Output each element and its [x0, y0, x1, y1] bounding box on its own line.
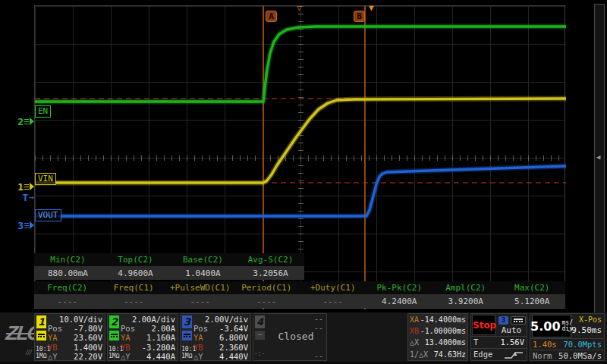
ch3-marker-number: 3	[17, 220, 24, 231]
trigger-level-label: T	[473, 337, 478, 347]
channel-tag-en[interactable]: EN	[35, 105, 51, 118]
sample-rate: 50.0MSa/s	[558, 350, 602, 362]
ch2-ground-marker[interactable]: 2	[0, 115, 34, 127]
trigger-panel[interactable]: Stop 3 Auto T 1.56V Edge	[470, 313, 527, 361]
expand-menu-arrow-icon[interactable]: ◀	[596, 153, 600, 161]
acquisition-mode[interactable]: Norm	[533, 351, 552, 360]
measurement-header[interactable]: Base(C2)	[169, 255, 237, 265]
measurement-header[interactable]: Period(C1)	[234, 283, 300, 293]
rising-edge-icon	[503, 351, 524, 359]
ch2-dc-coupling-icon[interactable]	[109, 331, 119, 340]
timebase-scale-box[interactable]: 5.00 ms/ div	[532, 315, 571, 337]
center-position-marker-icon: ▽	[297, 4, 302, 12]
ch1-cursor-yb: 1.400V	[74, 343, 102, 352]
measurement-header[interactable]: +Duty(C1)	[300, 283, 366, 293]
ya-label: YA	[48, 333, 58, 342]
logo-slashes: ///	[26, 349, 32, 356]
ch4-probe-off: -:-	[254, 350, 265, 357]
acquisition-state-button[interactable]: Stop	[472, 315, 495, 335]
ch4-dash: --	[314, 315, 323, 323]
ch4-status-text: Closed	[267, 331, 325, 342]
right-arrow-icon	[30, 221, 34, 229]
channel-tag-vin[interactable]: VIN	[35, 173, 56, 185]
ya-label: YA	[193, 333, 203, 342]
channel4-badge[interactable]: 4	[255, 315, 265, 328]
trigger-level-value: 1.56V	[500, 337, 524, 348]
right-menu-strip[interactable]: ◀	[594, 4, 605, 315]
inverse-delta-x-label: 1/△X	[410, 349, 428, 360]
delta-x-label: △X	[410, 337, 419, 348]
ch1-position: -7.80V	[74, 324, 102, 333]
trigger-source-badge[interactable]: 3	[498, 316, 508, 325]
ground-icon	[24, 184, 29, 190]
measurement-value: ----	[167, 297, 234, 306]
trigger-coupling-icon[interactable]	[511, 316, 526, 325]
channel1-panel[interactable]: 1 10:1 1MΩ 10.0V/div Pos-7.80V YA23.60V …	[34, 313, 105, 361]
measurement-header[interactable]: Freq(C2)	[34, 283, 101, 293]
trigger-position-marker-icon[interactable]: ▼	[369, 4, 374, 12]
measurement-header[interactable]: Avg-S(C2)	[237, 255, 304, 265]
ground-icon	[24, 119, 29, 124]
channel2-panel[interactable]: 2 10:1 1MΩ 2.00A/div Pos2.00A YA1.160A Y…	[107, 313, 178, 361]
trigger-marker-letter: T	[23, 192, 29, 203]
ch1-cursor-ya: 23.60V	[74, 333, 102, 342]
ground-icon	[24, 223, 29, 228]
channel4-panel[interactable]: 4 – -:- -- -- -- Closed	[253, 313, 327, 361]
cursor-readout-panel[interactable]: XA-14.4000ms XB-1.00000ms △X13.4000ms 1/…	[407, 313, 468, 361]
measurement-value-row-1: 880.00mA 4.9600A 1.0400A 3.2056A	[34, 266, 304, 280]
ch3-ground-marker[interactable]: 3	[0, 219, 34, 231]
ch2-scale: 2.00A/div	[132, 315, 175, 324]
measurement-header[interactable]: Max(C2)	[499, 283, 566, 293]
measurement-value: 4.9600A	[102, 268, 169, 278]
cursor-xa-value: -14.4000ms	[420, 314, 466, 325]
measurement-header-row-2: Freq(C2) Freq(C1) +PulseWD(C1) Period(C1…	[34, 281, 565, 294]
pos-label: Pos	[48, 324, 62, 333]
measurement-value: 4.2400A	[366, 297, 433, 306]
channel2-badge[interactable]: 2	[109, 315, 119, 328]
ch3-scale: 2.00V/div	[205, 315, 248, 324]
right-arrow-icon	[30, 118, 34, 125]
ch1-delta-y: 22.20V	[74, 352, 102, 361]
timebase-scale-value: 5.00	[530, 319, 560, 334]
ch3-position: -3.64V	[219, 324, 248, 333]
measurement-header[interactable]: Freq(C1)	[101, 283, 168, 293]
measurement-value: ----	[34, 297, 101, 306]
delta-y-label: △Y	[121, 352, 131, 361]
ch4-coupling-off-icon: –	[255, 331, 265, 340]
measurement-value: 3.2056A	[237, 268, 304, 278]
right-arrow-icon	[30, 183, 34, 190]
cursor-xb-value: -1.00000ms	[420, 325, 466, 337]
delta-y-label: △Y	[48, 352, 58, 361]
channel1-badge[interactable]: 1	[36, 315, 46, 328]
ch2-marker-number: 2	[17, 116, 24, 127]
trigger-level-marker[interactable]: T →	[0, 191, 34, 203]
ch1-dc-coupling-icon[interactable]	[36, 331, 46, 340]
measurement-header[interactable]: Min(C2)	[34, 255, 102, 265]
trigger-mode[interactable]: Auto	[496, 325, 527, 335]
measurement-header[interactable]: +PulseWD(C1)	[167, 283, 234, 293]
measurement-header-row-1: Min(C2) Top(C2) Base(C2) Avg-S(C2)	[34, 253, 304, 266]
ch3-dc-coupling-icon[interactable]	[182, 331, 192, 340]
measurement-header[interactable]: Top(C2)	[102, 255, 169, 265]
right-arrow-icon: →	[29, 193, 34, 202]
measurement-header[interactable]: Ampl(C2)	[432, 283, 499, 293]
trigger-type[interactable]: Edge	[473, 350, 492, 359]
measurement-header[interactable]: Pk-Pk(C2)	[366, 283, 433, 293]
channel3-badge[interactable]: 3	[182, 315, 192, 328]
cursor-frequency-value: 74.63Hz	[434, 349, 466, 360]
timebase-panel[interactable]: 5.00 ms/ div X-Pos -9.50ms 1.40s 70.0Mpt…	[530, 313, 605, 361]
measurement-value: 1.0400A	[169, 268, 237, 278]
xb-label: XB	[410, 325, 419, 337]
channel-tag-vout[interactable]: VOUT	[35, 209, 61, 221]
cursor-a-badge[interactable]: A	[266, 11, 277, 22]
channel3-panel[interactable]: 3 10:1 1MΩ 2.00V/div Pos-3.64V YA6.800V …	[180, 313, 251, 361]
yb-label: YB	[48, 343, 58, 352]
measurement-value: ----	[101, 297, 168, 306]
ch4-dash: --	[314, 352, 323, 360]
cursor-b-badge[interactable]: B	[354, 11, 365, 22]
measurement-value: 5.1200A	[499, 297, 566, 306]
ch2-cursor-ya: 1.160A	[146, 333, 175, 342]
measurement-value: 3.9200A	[432, 297, 499, 306]
measurement-value-row-2: ---- ---- ---- ---- ---- 4.2400A 3.9200A…	[34, 294, 565, 308]
record-points: 70.0Mpts	[563, 339, 602, 350]
